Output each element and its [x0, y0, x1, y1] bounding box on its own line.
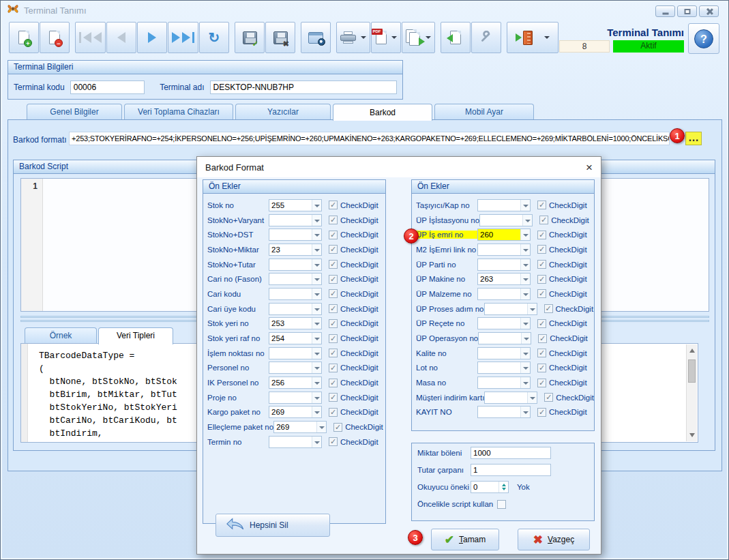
scroll-down-icon[interactable] — [689, 433, 695, 437]
prefix-combo[interactable]: 23 — [269, 244, 322, 256]
exit-button[interactable] — [507, 22, 559, 53]
prefix-combo[interactable] — [477, 199, 531, 211]
checkdigit-checkbox[interactable]: ✓ — [538, 334, 547, 343]
prefix-combo[interactable]: 254 — [269, 332, 322, 344]
prefix-combo[interactable] — [269, 229, 322, 241]
checkdigit-checkbox[interactable]: ✓ — [537, 319, 546, 328]
checkdigit-checkbox[interactable]: ✓ — [329, 216, 338, 224]
checkdigit-checkbox[interactable]: ✓ — [329, 334, 338, 343]
combo-arrow-icon[interactable] — [312, 348, 321, 359]
checkdigit-checkbox[interactable]: ✓ — [537, 201, 546, 209]
prefix-combo[interactable]: 263 — [477, 273, 531, 285]
terminal-adi-input[interactable]: DESKTOP-NNUB7HP — [210, 80, 398, 94]
help-button[interactable]: ? — [688, 23, 719, 54]
combo-arrow-icon[interactable] — [312, 244, 321, 255]
main-tab[interactable]: Mobil Ayar — [434, 104, 534, 119]
checkdigit-checkbox[interactable]: ✓ — [544, 304, 553, 313]
new-record-button[interactable]: + — [9, 22, 39, 53]
combo-arrow-icon[interactable] — [520, 229, 530, 240]
checkdigit-checkbox[interactable]: ✓ — [539, 216, 548, 224]
combo-arrow-icon[interactable] — [527, 304, 537, 314]
prefix-combo[interactable] — [269, 259, 322, 271]
hepsini-sil-button[interactable]: Hepsini Sil — [215, 514, 330, 537]
checkdigit-checkbox[interactable]: ✓ — [329, 319, 338, 328]
print-button[interactable] — [336, 22, 370, 53]
combo-arrow-icon[interactable] — [520, 377, 530, 388]
combo-arrow-icon[interactable] — [312, 200, 321, 211]
checkdigit-checkbox[interactable]: ✓ — [537, 408, 546, 417]
prefix-combo[interactable] — [269, 303, 322, 315]
prefix-combo[interactable] — [269, 436, 322, 448]
prefix-combo[interactable] — [478, 332, 531, 344]
checkdigit-checkbox[interactable]: ✓ — [333, 423, 342, 432]
format-ellipsis-button[interactable]: … — [685, 132, 702, 145]
prefix-combo[interactable] — [269, 392, 322, 404]
tamam-button[interactable]: ✔ Tamam — [431, 529, 499, 550]
prefix-combo[interactable]: 269 — [273, 421, 327, 433]
script-kullan-checkbox[interactable] — [497, 500, 506, 509]
combo-arrow-icon[interactable] — [520, 362, 530, 373]
main-tab[interactable]: Yazıcılar — [235, 104, 331, 119]
combo-arrow-icon[interactable] — [312, 289, 321, 299]
checkdigit-checkbox[interactable]: ✓ — [329, 379, 338, 387]
combo-arrow-icon[interactable] — [520, 244, 530, 255]
save-button[interactable]: ✓ — [235, 22, 265, 53]
save-cancel-button[interactable]: ✖ — [265, 22, 295, 53]
combo-arrow-icon[interactable] — [312, 304, 321, 314]
prefix-combo[interactable] — [477, 288, 531, 300]
spinner-arrows-icon[interactable] — [499, 482, 508, 492]
prefix-combo[interactable]: 256 — [269, 377, 322, 389]
combo-arrow-icon[interactable] — [520, 407, 530, 417]
checkdigit-checkbox[interactable]: ✓ — [537, 349, 546, 357]
checkdigit-checkbox[interactable]: ✓ — [537, 364, 546, 372]
prefix-combo[interactable] — [269, 214, 322, 226]
scroll-up-icon[interactable] — [689, 349, 695, 353]
combo-arrow-icon[interactable] — [312, 318, 321, 329]
prefix-combo[interactable] — [269, 347, 322, 359]
inner-tab[interactable]: Veri Tipleri — [98, 327, 173, 344]
checkdigit-checkbox[interactable]: ✓ — [544, 393, 553, 402]
vazgec-button[interactable]: ✖ Vazgeç — [518, 529, 590, 550]
barkod-format-field[interactable]: +253;STOKYERİRAFNO=+254;İKPERSONELNO=+25… — [69, 132, 670, 145]
combo-arrow-icon[interactable] — [312, 215, 321, 226]
checkdigit-checkbox[interactable]: ✓ — [537, 245, 546, 254]
last-record-button[interactable] — [168, 22, 198, 53]
combo-arrow-icon[interactable] — [521, 333, 531, 344]
combo-arrow-icon[interactable] — [312, 407, 321, 417]
checkdigit-checkbox[interactable]: ✓ — [537, 289, 546, 298]
combo-arrow-icon[interactable] — [520, 348, 530, 359]
prefix-combo[interactable] — [479, 214, 533, 226]
combo-arrow-icon[interactable] — [312, 437, 321, 447]
checkdigit-checkbox[interactable]: ✓ — [537, 231, 546, 239]
prefix-combo[interactable] — [477, 347, 531, 359]
main-tab[interactable]: Genel Bilgiler — [27, 104, 122, 119]
prefix-combo[interactable]: 253 — [269, 317, 322, 329]
prefix-combo[interactable] — [477, 362, 531, 374]
prefix-combo[interactable] — [484, 392, 537, 404]
combo-arrow-icon[interactable] — [522, 215, 532, 226]
close-button[interactable] — [699, 5, 719, 17]
scroll-thumb[interactable] — [688, 359, 696, 383]
combo-arrow-icon[interactable] — [312, 229, 321, 240]
first-record-button[interactable] — [75, 22, 106, 53]
next-record-button[interactable] — [137, 22, 167, 53]
inner-tab[interactable]: Örnek — [25, 327, 97, 343]
copy-transfer-button[interactable] — [402, 22, 435, 53]
checkdigit-checkbox[interactable]: ✓ — [329, 245, 338, 254]
combo-arrow-icon[interactable] — [527, 392, 537, 403]
checkdigit-checkbox[interactable]: ✓ — [329, 393, 338, 402]
combo-arrow-icon[interactable] — [312, 333, 321, 344]
prefix-combo[interactable] — [477, 317, 531, 329]
prefix-combo[interactable] — [477, 259, 531, 271]
refresh-button[interactable]: ↻ — [199, 22, 229, 53]
combo-arrow-icon[interactable] — [316, 422, 326, 432]
previous-record-button[interactable] — [106, 22, 136, 53]
pdf-export-button[interactable]: PDF — [371, 22, 401, 53]
dialog-close-button[interactable]: × — [586, 162, 593, 173]
checkdigit-checkbox[interactable]: ✓ — [329, 304, 338, 313]
combo-arrow-icon[interactable] — [312, 377, 321, 388]
miktar-boleni-input[interactable]: 1000 — [471, 447, 551, 459]
combo-arrow-icon[interactable] — [312, 392, 321, 403]
prefix-combo[interactable] — [477, 377, 531, 389]
checkdigit-checkbox[interactable]: ✓ — [329, 289, 338, 298]
